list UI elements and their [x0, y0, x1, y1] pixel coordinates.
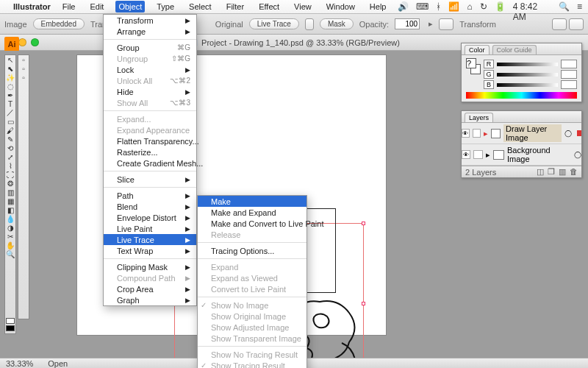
menu-effect[interactable]: Effect	[256, 1, 282, 13]
menu-item[interactable]: Text Wrap▶	[104, 245, 196, 256]
pencil-tool-icon[interactable]: ✎	[5, 135, 15, 144]
target-icon[interactable]: ◯	[564, 130, 572, 137]
mesh-tool-icon[interactable]: ▦	[5, 197, 15, 205]
menu-item[interactable]: Clipping Mask▶	[104, 261, 196, 272]
menu-help[interactable]: Help	[367, 1, 390, 13]
pen-tool-icon[interactable]: ✒	[5, 91, 15, 99]
menu-item[interactable]: Path▶	[104, 190, 196, 201]
rotate-tool-icon[interactable]: ⟲	[5, 144, 15, 152]
g-slider[interactable]	[497, 73, 558, 77]
tool2-1-icon[interactable]: ▫	[18, 55, 29, 64]
lock-toggle-icon[interactable]	[473, 150, 482, 159]
graph-tool-icon[interactable]: ▥	[5, 188, 15, 197]
app-name[interactable]: Illustrator	[13, 2, 51, 11]
warp-tool-icon[interactable]: ⌇	[5, 161, 15, 170]
delete-layer-icon[interactable]: 🗑	[570, 167, 578, 177]
tools-panel[interactable]: ↖ ⬉ ✨ ◌ ✒ T ／ ▭ 🖌 ✎ ⟲ ⤢ ⌇ ⛶ ❂ ▥ ▦ ◧ 💧 ◑ …	[4, 54, 16, 334]
g-value[interactable]	[561, 70, 577, 79]
scale-tool-icon[interactable]: ⤢	[5, 152, 15, 161]
blend-tool-icon[interactable]: ◑	[5, 223, 15, 232]
b-slider[interactable]	[497, 83, 558, 87]
menu-item[interactable]: Arrange▶	[104, 26, 196, 37]
window-minimize-button[interactable]	[18, 38, 26, 46]
menu-item[interactable]: Make and Convert to Live Paint	[198, 218, 306, 229]
selection-tool-icon[interactable]: ↖	[5, 55, 15, 64]
b-value[interactable]	[561, 80, 577, 89]
spotlight-icon[interactable]: 🔍	[559, 1, 570, 12]
menu-extra-icon[interactable]: ≡	[577, 1, 582, 12]
object-menu[interactable]: Transform▶Arrange▶Group⌘GUngroup⇧⌘GLock▶…	[103, 14, 197, 306]
gradient-tool-icon[interactable]: ◧	[5, 205, 15, 214]
lasso-tool-icon[interactable]: ◌	[5, 82, 15, 91]
cb-livetrace[interactable]: Live Trace	[249, 18, 299, 29]
new-sublayer-icon[interactable]: ❐	[548, 167, 555, 177]
window-zoom-button[interactable]	[31, 38, 39, 46]
livetrace-dropdown[interactable]	[305, 18, 314, 30]
magic-wand-tool-icon[interactable]: ✨	[5, 73, 15, 82]
slice-tool-icon[interactable]: ✂	[5, 232, 15, 241]
menu-item[interactable]: Flatten Transparency...	[104, 135, 196, 146]
direct-select-tool-icon[interactable]: ⬉	[5, 64, 15, 73]
menu-object[interactable]: Object	[115, 1, 145, 13]
visibility-toggle-icon[interactable]: 👁	[462, 129, 470, 138]
fill-swatch[interactable]	[6, 318, 15, 324]
input-icon[interactable]: ⌨	[416, 1, 429, 12]
tool2-2-icon[interactable]: ▫	[18, 64, 29, 73]
menu-select[interactable]: Select	[186, 1, 215, 13]
home-icon[interactable]: ⌂	[467, 1, 472, 12]
live-trace-submenu[interactable]: MakeMake and ExpandMake and Convert to L…	[197, 195, 307, 368]
menu-item[interactable]: Transform▶	[104, 15, 196, 26]
colorguide-tab[interactable]: Color Guide	[492, 45, 537, 54]
color-panel[interactable]: Color Color Guide ? R G B	[461, 43, 582, 102]
layer-row[interactable]: 👁 ▸ Draw Layer Image ◯	[462, 123, 581, 144]
zoom-tool-icon[interactable]: 🔍	[5, 250, 15, 258]
menu-type[interactable]: Type	[154, 1, 177, 13]
menu-item[interactable]: Live Paint▶	[104, 223, 196, 234]
layers-tab[interactable]: Layers	[465, 113, 493, 122]
rectangle-tool-icon[interactable]: ▭	[5, 117, 15, 126]
clock-icon[interactable]: ↻	[480, 1, 487, 12]
lock-toggle-icon[interactable]	[473, 129, 481, 138]
layers-panel[interactable]: Layers 👁 ▸ Draw Layer Image ◯ 👁 ▸ Backgr…	[461, 110, 582, 178]
cb-mask[interactable]: Mask	[320, 18, 354, 29]
new-layer-icon[interactable]: ▥	[559, 167, 566, 177]
menu-window[interactable]: Window	[323, 1, 358, 13]
menu-item[interactable]: Hide▶	[104, 86, 196, 97]
visibility-toggle-icon[interactable]: 👁	[462, 150, 470, 159]
line-tool-icon[interactable]: ／	[5, 108, 15, 117]
zoom-level[interactable]: 33.33%	[6, 359, 33, 368]
volume-icon[interactable]: 🔊	[398, 1, 409, 12]
clock-text[interactable]: Thu Jan 4 8:42 AM	[513, 0, 551, 22]
menu-view[interactable]: View	[291, 1, 315, 13]
stroke-swatch[interactable]	[6, 325, 15, 331]
color-fill-proxy[interactable]: ?	[466, 58, 476, 68]
spectrum-picker[interactable]	[466, 92, 577, 99]
brush-tool-icon[interactable]: 🖌	[5, 126, 15, 135]
wifi-icon[interactable]: 📶	[448, 1, 459, 12]
menu-edit[interactable]: Edit	[87, 1, 107, 13]
r-value[interactable]	[561, 60, 577, 68]
menu-item[interactable]: Tracing Options...	[198, 245, 306, 256]
menu-item[interactable]: Graph▶	[104, 294, 196, 305]
layer-row[interactable]: 👁 ▸ Background Image ◯	[462, 144, 581, 166]
menu-item[interactable]: Slice▶	[104, 174, 196, 185]
free-transform-tool-icon[interactable]: ⛶	[5, 170, 15, 179]
menu-item[interactable]: Create Gradient Mesh...	[104, 158, 196, 169]
make-clip-icon[interactable]: ◫	[537, 167, 544, 177]
symbol-spray-tool-icon[interactable]: ❂	[5, 179, 15, 188]
menu-item[interactable]: Lock▶	[104, 64, 196, 75]
color-tab[interactable]: Color	[465, 45, 490, 54]
cb-embedded[interactable]: Embedded	[33, 18, 85, 29]
menu-item[interactable]: Envelope Distort▶	[104, 212, 196, 223]
battery-icon[interactable]: 🔋	[495, 1, 506, 12]
menu-file[interactable]: File	[60, 1, 79, 13]
menu-item[interactable]: Make and Expand	[198, 207, 306, 218]
menu-item[interactable]: Live Trace▶	[104, 234, 196, 245]
target-icon[interactable]: ◯	[574, 151, 581, 158]
bluetooth-icon[interactable]: ᚼ	[436, 1, 441, 12]
eyedropper-tool-icon[interactable]: 💧	[5, 214, 15, 223]
menu-item[interactable]: Crop Area▶	[104, 283, 196, 294]
tools-panel-2[interactable]: ▫ ▫ ▫	[18, 54, 29, 319]
tool2-3-icon[interactable]: ▫	[18, 73, 29, 82]
menu-item[interactable]: Make	[198, 196, 306, 207]
